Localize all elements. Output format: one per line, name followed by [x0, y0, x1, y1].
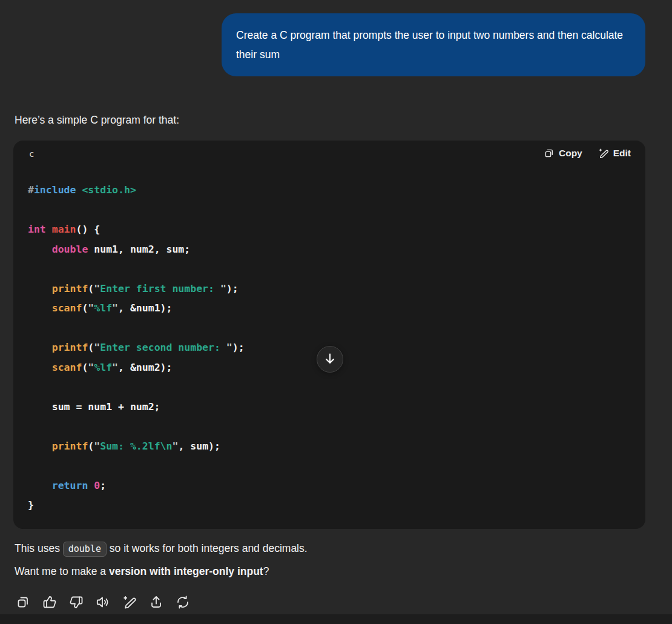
outro2-post: ? [263, 565, 269, 577]
outro2-bold: version with integer-only input [109, 565, 263, 577]
regenerate-button[interactable] [174, 594, 191, 610]
user-message-bubble: Create a C program that prompts the user… [222, 13, 645, 76]
code-line: } [28, 496, 631, 516]
edit-code-label: Edit [613, 148, 631, 159]
outro1-post: so it works for both integers and decima… [107, 542, 308, 554]
inline-code-double: double [63, 542, 107, 557]
code-line: return 0; [28, 476, 631, 496]
read-aloud-icon [96, 595, 110, 609]
edit-rewrite-button[interactable] [121, 594, 137, 610]
code-line [28, 201, 631, 221]
share-icon [149, 595, 163, 609]
code-line: printf("Sum: %.2lf\n", sum); [28, 437, 631, 457]
edit-sparkle-icon [122, 595, 137, 609]
code-line: #include <stdio.h> [28, 181, 631, 201]
share-button[interactable] [148, 594, 164, 610]
code-line [28, 377, 631, 397]
code-line [28, 319, 631, 339]
assistant-intro-text: Here’s a simple C program for that: [15, 112, 179, 128]
edit-code-button[interactable]: Edit [598, 148, 631, 159]
assistant-outro-line-2: Want me to make a version with integer-o… [15, 563, 269, 580]
copy-code-button[interactable]: Copy [544, 148, 582, 159]
outro1-pre: This uses [15, 542, 63, 554]
thumbs-down-icon [69, 595, 84, 609]
code-line [28, 456, 631, 476]
code-line [28, 417, 631, 437]
regenerate-icon [176, 595, 190, 609]
code-line: printf("Enter first number: "); [28, 279, 631, 299]
chat-window: Create a C program that prompts the user… [0, 0, 672, 624]
composer-edge [0, 614, 672, 624]
arrow-down-icon [323, 351, 337, 368]
code-block: c Copy Edit [13, 141, 645, 529]
thumbs-up-icon [42, 595, 57, 609]
copy-response-button[interactable] [15, 594, 31, 610]
code-line: scanf("%lf", &num1); [28, 299, 631, 319]
code-line: double num1, num2, sum; [28, 240, 631, 260]
read-aloud-button[interactable] [94, 594, 111, 610]
copy-icon [544, 148, 555, 159]
copy-icon [16, 595, 30, 609]
code-line: int main() { [28, 220, 631, 240]
thumbs-up-button[interactable] [41, 594, 58, 610]
code-line: sum = num1 + num2; [28, 397, 631, 417]
code-block-actions: Copy Edit [544, 148, 631, 159]
message-actions-row [15, 594, 191, 610]
code-line [28, 259, 631, 279]
scroll-to-bottom-button[interactable] [317, 346, 343, 373]
code-language-label: c [29, 149, 34, 159]
assistant-outro-line-1: This uses double so it works for both in… [15, 540, 308, 557]
edit-sparkle-icon [598, 148, 609, 159]
thumbs-down-button[interactable] [68, 594, 84, 610]
outro2-pre: Want me to make a [15, 565, 109, 577]
copy-code-label: Copy [559, 148, 582, 159]
user-message-text: Create a C program that prompts the user… [236, 29, 623, 61]
